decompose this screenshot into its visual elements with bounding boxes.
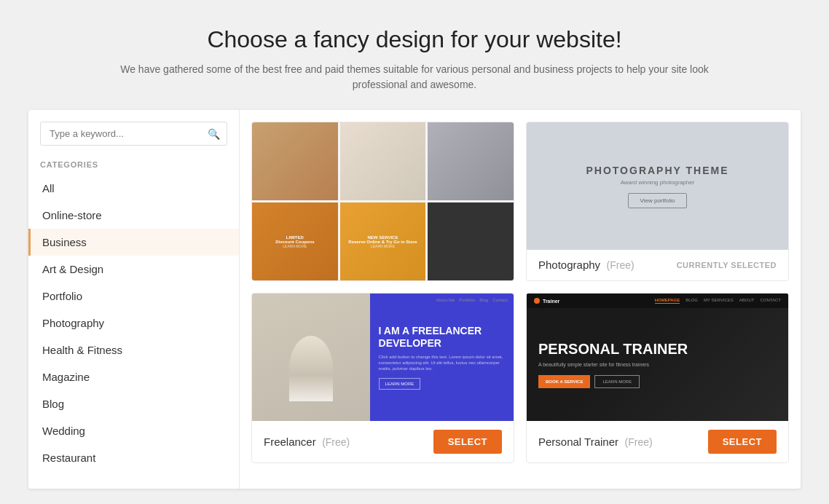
content-area: LIMITEDDiscount CouponsLEARN MORE NEW SE… [240,110,801,489]
clothing-img-2 [340,122,426,200]
theme-preview-clothing: LIMITEDDiscount CouponsLEARN MORE NEW SE… [252,122,514,280]
trainer-logo-dot [534,298,540,304]
sidebar-item-all[interactable]: All [28,175,239,202]
clothing-img-3 [428,122,514,200]
freelancer-desc: Click add button to change this text. Lo… [379,354,505,372]
theme-name-trainer: Personal Trainer (Free) [538,436,653,449]
categories-label: CATEGORIES [28,160,239,175]
theme-preview-photography: PHOTOGRAPHY THEME Award winning photogra… [527,122,788,250]
categories-list: AllOnline-storeBusinessArt & DesignPortf… [28,175,239,471]
search-input[interactable] [40,122,227,146]
theme-card-photography: PHOTOGRAPHY THEME Award winning photogra… [526,122,789,281]
theme-footer-trainer: Personal Trainer (Free) SELECT [527,421,788,462]
theme-name-freelancer: Freelancer (Free) [264,436,350,449]
photo-portfolio-btn[interactable]: View portfolio [628,193,688,208]
trainer-subtitle: A beautifully simple starter site for fi… [538,361,684,369]
trainer-nav: Trainer HOMEPAGE BLOG MY SERVICES ABOUT … [527,294,788,308]
sidebar: 🔍 CATEGORIES AllOnline-storeBusinessArt … [28,110,240,489]
sidebar-item-restaurant[interactable]: Restaurant [28,444,239,471]
theme-preview-freelancer: ✦ Freelance Home About Me Portfolio Blog… [252,294,514,421]
theme-footer-clothing: Clothing Store (Free) SELECT [252,280,514,281]
sidebar-item-health-fitness[interactable]: Health & Fitness [28,336,239,363]
sidebar-item-art-design[interactable]: Art & Design [28,256,239,283]
trainer-nav-links: HOMEPAGE BLOG MY SERVICES ABOUT CONTACT [655,298,781,304]
sidebar-item-online-store[interactable]: Online-store [28,202,239,229]
trainer-buttons: BOOK A SERVICE LEARN MORE [538,375,777,388]
photo-theme-subtitle: Award winning photographer [621,179,695,186]
sidebar-item-wedding[interactable]: Wedding [28,417,239,444]
theme-card-clothing-store: LIMITEDDiscount CouponsLEARN MORE NEW SE… [251,122,514,281]
page-header: Choose a fancy design for your website! … [87,0,742,110]
theme-preview-trainer: Trainer HOMEPAGE BLOG MY SERVICES ABOUT … [527,294,788,421]
page-subtitle: We have gathered some of the best free a… [116,62,713,92]
sidebar-item-business[interactable]: Business [28,229,239,256]
trainer-book-btn[interactable]: BOOK A SERVICE [538,375,590,388]
photo-theme-title: PHOTOGRAPHY THEME [586,165,728,176]
search-box: 🔍 [40,122,227,146]
trainer-content: PERSONAL TRAINER A beautifully simple st… [538,341,777,389]
freelancer-title: I AM A FREELANCER DEVELOPER [379,325,505,350]
clothing-promo: LIMITEDDiscount CouponsLEARN MORE [252,202,338,280]
theme-footer-freelancer: Freelancer (Free) SELECT [252,421,514,462]
theme-card-personal-trainer: Trainer HOMEPAGE BLOG MY SERVICES ABOUT … [526,293,789,463]
theme-footer-photography: Photography (Free) CURRENTLY SELECTED [527,250,788,280]
trainer-learn-btn[interactable]: LEARN MORE [594,375,640,388]
currently-selected-label: CURRENTLY SELECTED [677,261,777,269]
freelancer-right: I AM A FREELANCER DEVELOPER Click add bu… [370,294,514,421]
clothing-dark [428,202,514,280]
main-container: 🔍 CATEGORIES AllOnline-storeBusinessArt … [28,110,801,489]
select-button-freelancer[interactable]: SELECT [433,430,502,454]
sidebar-item-portfolio[interactable]: Portfolio [28,283,239,310]
sidebar-item-blog[interactable]: Blog [28,390,239,417]
freelancer-learn-more-btn[interactable]: LEARN MORE [379,378,421,390]
trainer-logo: Trainer [534,298,559,304]
clothing-img-1 [252,122,338,200]
trainer-title: PERSONAL TRAINER [538,341,777,357]
freelancer-person-img [252,294,370,421]
sidebar-item-photography[interactable]: Photography [28,310,239,336]
freelancer-nav-links: Home About Me Portfolio Blog Contact [420,298,508,304]
search-icon: 🔍 [208,128,220,140]
clothing-reserve: NEW SERVICEReserve Online & Try Go in St… [340,202,426,280]
freelancer-left [252,294,370,421]
page-title: Choose a fancy design for your website! [116,26,713,53]
select-button-trainer[interactable]: SELECT [708,430,777,454]
theme-card-freelancer: ✦ Freelance Home About Me Portfolio Blog… [251,293,514,463]
theme-name-photography: Photography (Free) [538,259,634,272]
sidebar-item-magazine[interactable]: Magazine [28,363,239,390]
